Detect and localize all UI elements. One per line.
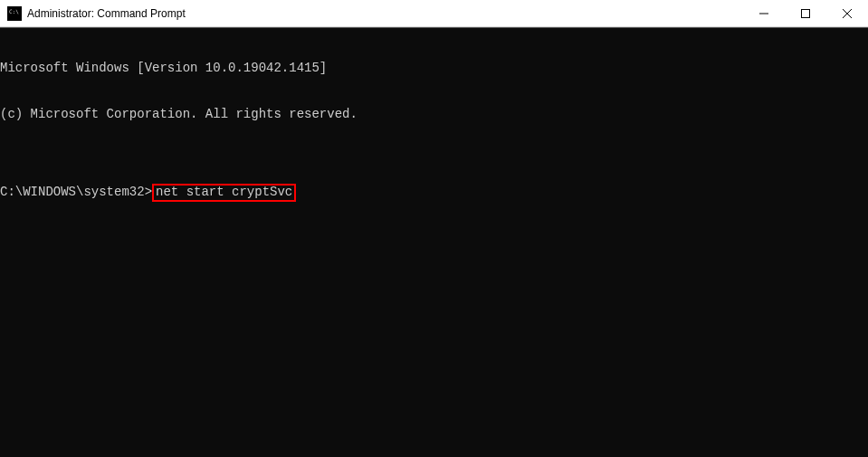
command-prompt-window: Administrator: Command Prompt Microsoft — [0, 0, 868, 457]
close-icon — [843, 9, 852, 18]
titlebar[interactable]: Administrator: Command Prompt — [0, 0, 868, 27]
highlighted-command: net start cryptSvc — [152, 184, 296, 202]
window-controls — [743, 0, 868, 26]
command-text: net start cryptSvc — [156, 185, 292, 199]
cmd-icon — [7, 6, 22, 21]
maximize-icon — [801, 9, 810, 18]
maximize-button[interactable] — [785, 0, 826, 26]
prompt-line: C:\WINDOWS\system32>net start cryptSvc — [0, 184, 868, 202]
copyright-line: (c) Microsoft Corporation. All rights re… — [0, 107, 868, 122]
minimize-icon — [759, 9, 768, 18]
svg-rect-1 — [802, 9, 810, 17]
minimize-button[interactable] — [743, 0, 785, 26]
terminal-area[interactable]: Microsoft Windows [Version 10.0.19042.14… — [0, 27, 868, 457]
close-button[interactable] — [826, 0, 868, 26]
window-title: Administrator: Command Prompt — [27, 7, 743, 20]
version-line: Microsoft Windows [Version 10.0.19042.14… — [0, 61, 868, 76]
prompt-path: C:\WINDOWS\system32> — [0, 185, 152, 200]
